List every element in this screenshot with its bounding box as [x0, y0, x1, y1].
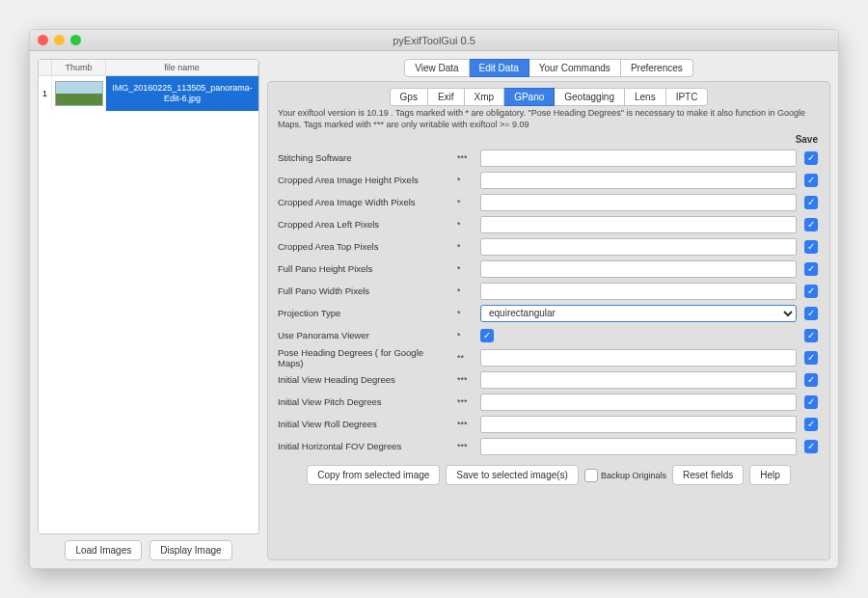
text-input[interactable]	[480, 349, 797, 367]
backup-originals-checkbox[interactable]	[584, 469, 598, 482]
text-input[interactable]	[480, 438, 797, 455]
text-input[interactable]	[480, 194, 797, 211]
save-header: Save	[278, 134, 820, 145]
subtab-gps[interactable]: Gps	[390, 88, 428, 106]
subtab-iptc[interactable]: IPTC	[666, 88, 709, 106]
checkbox-input[interactable]	[480, 329, 494, 342]
col-header-filename: file name	[106, 60, 258, 75]
field-mark: *	[457, 198, 475, 207]
save-checkbox[interactable]	[804, 351, 818, 365]
field-row: Cropped Area Left Pixels*	[278, 213, 820, 235]
field-mark: *	[457, 286, 475, 296]
text-input[interactable]	[480, 283, 797, 300]
save-checkbox[interactable]	[804, 174, 818, 187]
text-input[interactable]	[480, 260, 797, 278]
save-checkbox-wrap	[802, 373, 820, 387]
backup-originals-wrap: Backup Originals	[584, 469, 666, 482]
tab-view-data[interactable]: View Data	[404, 59, 469, 77]
field-row: Use Panorama Viewer*	[278, 324, 820, 346]
save-checkbox[interactable]	[804, 440, 818, 453]
field-input-wrap	[480, 394, 797, 411]
save-checkbox-wrap	[802, 218, 820, 231]
save-checkbox-wrap	[802, 395, 820, 409]
text-input[interactable]	[480, 216, 797, 233]
save-checkbox[interactable]	[804, 151, 818, 165]
field-row: Initial View Pitch Degrees***	[278, 391, 820, 413]
save-checkbox[interactable]	[804, 262, 818, 276]
minimize-icon[interactable]	[54, 35, 65, 45]
save-checkbox-wrap	[802, 285, 820, 298]
close-icon[interactable]	[38, 35, 48, 45]
field-mark: **	[457, 353, 475, 363]
field-label: Initial View Heading Degrees	[278, 374, 451, 385]
bottom-buttons: Copy from selected image Save to selecte…	[278, 465, 820, 485]
zoom-icon[interactable]	[70, 35, 81, 45]
field-mark: *	[457, 309, 475, 318]
save-checkbox[interactable]	[804, 373, 818, 387]
select-input[interactable]: equirectangular	[480, 305, 797, 322]
subtab-lens[interactable]: Lens	[625, 88, 666, 106]
help-button[interactable]: Help	[749, 465, 791, 485]
text-input[interactable]	[480, 150, 797, 167]
save-checkbox-wrap	[802, 351, 820, 365]
text-input[interactable]	[480, 238, 797, 256]
app-window: pyExifToolGui 0.5 Thumb file name 1 IMG_…	[29, 29, 839, 569]
file-table-empty	[39, 111, 258, 533]
field-mark: ***	[457, 442, 475, 451]
window-title: pyExifToolGui 0.5	[30, 35, 838, 46]
field-mark: ***	[457, 397, 475, 407]
save-checkbox[interactable]	[804, 196, 818, 209]
save-to-selected-button[interactable]: Save to selected image(s)	[446, 465, 579, 485]
copy-from-selected-button[interactable]: Copy from selected image	[307, 465, 440, 485]
load-images-button[interactable]: Load Images	[65, 540, 142, 560]
save-checkbox[interactable]	[804, 395, 818, 409]
field-mark: ***	[457, 420, 475, 429]
save-checkbox[interactable]	[804, 240, 818, 254]
save-checkbox[interactable]	[804, 307, 818, 320]
tab-your-commands[interactable]: Your Commands	[529, 59, 621, 77]
subtab-gpano[interactable]: GPano	[504, 88, 555, 106]
save-checkbox[interactable]	[804, 418, 818, 431]
field-row: Full Pano Height Pixels*	[278, 258, 820, 280]
text-input[interactable]	[480, 371, 797, 389]
col-header-thumb: Thumb	[52, 60, 106, 75]
backup-originals-label: Backup Originals	[601, 471, 666, 480]
field-input-wrap	[480, 194, 797, 211]
field-mark: *	[457, 264, 475, 274]
text-input[interactable]	[480, 394, 797, 411]
field-label: Initial Horizontal FOV Degrees	[278, 441, 451, 451]
subtab-geotagging[interactable]: Geotagging	[555, 88, 625, 106]
reset-fields-button[interactable]: Reset fields	[672, 465, 744, 485]
subtab-xmp[interactable]: Xmp	[465, 88, 505, 106]
save-checkbox[interactable]	[804, 329, 818, 342]
save-checkbox[interactable]	[804, 218, 818, 231]
field-input-wrap: equirectangular	[480, 305, 797, 322]
field-label: Initial View Pitch Degrees	[278, 396, 451, 407]
save-checkbox-wrap	[802, 418, 820, 431]
tab-preferences[interactable]: Preferences	[621, 59, 693, 77]
col-header-index	[39, 60, 52, 75]
field-input-wrap	[480, 416, 797, 433]
text-input[interactable]	[480, 172, 797, 189]
main-tabs: View DataEdit DataYour CommandsPreferenc…	[267, 59, 830, 77]
thumbnail-image	[55, 81, 103, 106]
field-mark: *	[457, 220, 475, 230]
save-checkbox[interactable]	[804, 285, 818, 298]
field-input-wrap	[480, 349, 797, 367]
tab-edit-data[interactable]: Edit Data	[470, 59, 529, 77]
subtab-exif[interactable]: Exif	[428, 88, 465, 106]
field-label: Full Pano Width Pixels	[278, 285, 451, 296]
file-table: Thumb file name 1 IMG_20160225_113505_pa…	[38, 59, 259, 534]
table-row[interactable]: 1 IMG_20160225_113505_panorama-Edit-6.jp…	[39, 76, 258, 111]
file-table-header: Thumb file name	[39, 60, 258, 76]
text-input[interactable]	[480, 416, 797, 433]
save-checkbox-wrap	[802, 240, 820, 254]
right-panel: View DataEdit DataYour CommandsPreferenc…	[267, 59, 830, 560]
display-image-button[interactable]: Display Image	[149, 540, 231, 560]
field-row: Cropped Area Image Width Pixels*	[278, 191, 820, 213]
field-input-wrap	[480, 150, 797, 167]
row-thumb	[52, 76, 106, 111]
field-mark: *	[457, 242, 475, 252]
left-panel: Thumb file name 1 IMG_20160225_113505_pa…	[38, 59, 259, 560]
row-filename: IMG_20160225_113505_panorama-Edit-6.jpg	[106, 76, 258, 111]
